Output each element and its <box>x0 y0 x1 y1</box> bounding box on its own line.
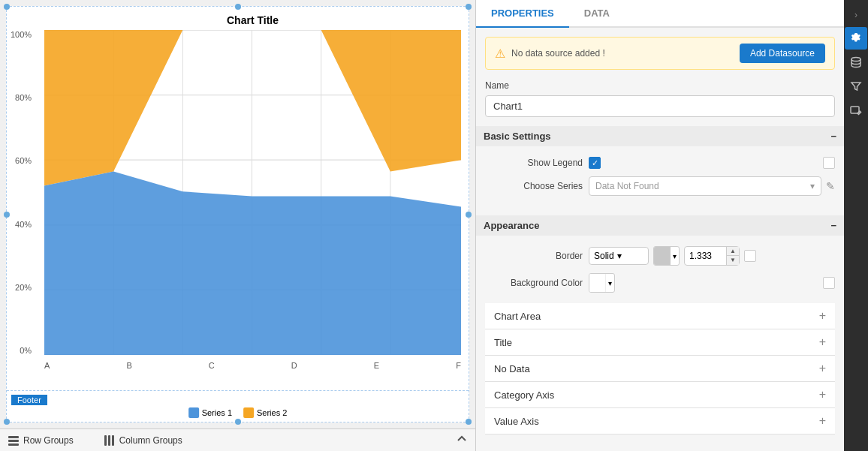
tabs-header: PROPERTIES DATA <box>476 0 844 28</box>
border-value: Solid ▾ ▾ ▲ ▼ <box>589 246 835 266</box>
right-panel: PROPERTIES DATA ⚠ No data source added !… <box>476 0 844 451</box>
show-legend-label: Show Legend <box>485 158 583 168</box>
title-section: Title + <box>485 329 835 356</box>
choose-series-value: Data Not Found ▾ ✎ <box>589 176 835 196</box>
database-icon <box>850 56 862 68</box>
edit-series-icon[interactable]: ✎ <box>826 180 835 192</box>
tab-properties[interactable]: PROPERTIES <box>476 0 569 28</box>
svg-marker-12 <box>44 171 461 355</box>
category-axis-label: Category Axis <box>494 389 554 401</box>
appearance-content: Border Solid ▾ ▾ <box>485 243 835 303</box>
chart-plot: 100% 80% 60% 40% 20% 0% <box>44 30 461 355</box>
bg-color-checkbox[interactable] <box>823 277 835 289</box>
bg-color-value: ▾ <box>589 273 835 293</box>
title-header[interactable]: Title + <box>485 329 835 355</box>
svg-marker-11 <box>44 30 461 186</box>
choose-series-select[interactable]: Data Not Found ▾ <box>589 176 821 196</box>
tab-data[interactable]: DATA <box>569 0 625 28</box>
legend-color-series2 <box>243 407 254 418</box>
border-color-swatch[interactable]: ▾ <box>653 246 680 266</box>
basic-settings-section: Basic Settings − Show Legend <box>485 126 835 206</box>
svg-rect-18 <box>112 435 114 446</box>
basic-settings-label: Basic Settings <box>484 131 551 142</box>
svg-point-19 <box>851 58 860 62</box>
gear-icon <box>850 32 862 44</box>
row-groups-label: Row Groups <box>23 435 74 446</box>
column-groups-icon <box>104 434 116 446</box>
svg-rect-14 <box>8 440 19 442</box>
border-checkbox[interactable] <box>744 250 756 262</box>
chart-inner: Chart Title 100% 80% 60% 40% 20% 0% <box>7 7 469 422</box>
filter-icon <box>850 80 862 92</box>
x-axis-labels: A B C D E F <box>44 361 461 370</box>
sidebar-filter-button[interactable] <box>845 75 867 98</box>
name-input[interactable] <box>485 95 835 117</box>
chart-area-label: Chart Area <box>494 311 541 322</box>
no-data-label: No Data <box>494 363 530 374</box>
border-style-value: Solid <box>594 251 614 261</box>
y-axis-labels: 100% 80% 60% 40% 20% 0% <box>11 30 32 355</box>
warning-icon: ⚠ <box>495 47 505 61</box>
show-legend-checkbox2[interactable] <box>823 157 835 169</box>
sidebar-database-button[interactable] <box>845 51 867 74</box>
sidebar-image-edit-button[interactable] <box>845 99 867 122</box>
appearance-collapse-icon: − <box>830 220 836 231</box>
chart-frame: Chart Title 100% 80% 60% 40% 20% 0% <box>6 6 469 422</box>
chart-area-expand-icon: + <box>819 309 826 323</box>
name-label: Name <box>485 80 835 91</box>
legend-item-series1: Series 1 <box>188 407 232 418</box>
column-groups-item[interactable]: Column Groups <box>104 434 182 446</box>
chart-svg <box>44 30 461 355</box>
bg-color-swatch[interactable]: ▾ <box>589 273 615 293</box>
category-axis-expand-icon: + <box>819 388 826 401</box>
warning-text: No data source added ! <box>511 48 734 59</box>
value-axis-section: Value Axis + <box>485 408 835 434</box>
sidebar-settings-button[interactable] <box>845 27 867 50</box>
sidebar-expand-button[interactable]: › <box>845 3 867 26</box>
border-width-spinners: ▲ ▼ <box>726 247 739 265</box>
appearance-header[interactable]: Appearance − <box>476 215 844 236</box>
show-legend-value <box>589 157 835 169</box>
add-datasource-button[interactable]: Add Datasource <box>740 44 825 63</box>
value-axis-header[interactable]: Value Axis + <box>485 408 835 434</box>
chart-area-section: Chart Area + <box>485 303 835 329</box>
category-axis-section: Category Axis + <box>485 382 835 408</box>
legend-item-series2: Series 2 <box>243 407 287 418</box>
appearance-label: Appearance <box>484 220 539 231</box>
warning-banner: ⚠ No data source added ! Add Datasource <box>485 37 835 70</box>
collapse-button[interactable] <box>456 433 468 447</box>
panel-content: ⚠ No data source added ! Add Datasource … <box>476 28 844 451</box>
no-data-expand-icon: + <box>819 362 826 375</box>
value-axis-expand-icon: + <box>819 414 826 428</box>
legend-label-series1: Series 1 <box>202 408 232 417</box>
legend-label-series2: Series 2 <box>257 408 287 417</box>
basic-settings-header[interactable]: Basic Settings − <box>476 126 844 146</box>
choose-series-label: Choose Series <box>485 181 583 191</box>
show-legend-row: Show Legend <box>485 157 835 169</box>
legend-color-series1 <box>188 407 199 418</box>
no-data-section: No Data + <box>485 356 835 382</box>
svg-rect-17 <box>108 435 110 446</box>
border-row: Border Solid ▾ ▾ <box>485 246 835 266</box>
column-groups-label: Column Groups <box>119 435 182 446</box>
choose-series-row: Choose Series Data Not Found ▾ ✎ <box>485 176 835 196</box>
no-data-header[interactable]: No Data + <box>485 356 835 381</box>
chart-legend: Series 1 Series 2 <box>188 407 288 418</box>
svg-rect-16 <box>104 435 107 446</box>
border-width-up[interactable]: ▲ <box>727 247 739 256</box>
chart-area-header[interactable]: Chart Area + <box>485 303 835 329</box>
svg-rect-15 <box>8 443 19 446</box>
row-groups-item[interactable]: Row Groups <box>8 434 74 446</box>
category-axis-header[interactable]: Category Axis + <box>485 382 835 407</box>
show-legend-checkbox[interactable] <box>589 157 601 169</box>
choose-series-placeholder: Data Not Found <box>595 181 659 191</box>
bg-color-row: Background Color ▾ <box>485 273 835 293</box>
collapse-icon <box>456 433 468 445</box>
chart-title: Chart Title <box>44 14 461 26</box>
border-style-select[interactable]: Solid ▾ <box>589 247 649 265</box>
border-width-input[interactable]: ▲ ▼ <box>684 246 740 266</box>
border-width-down[interactable]: ▼ <box>727 256 739 265</box>
border-width-field[interactable] <box>685 248 726 264</box>
collapsible-sections: Chart Area + Title + No Data + <box>485 303 835 434</box>
title-expand-icon: + <box>819 335 826 349</box>
